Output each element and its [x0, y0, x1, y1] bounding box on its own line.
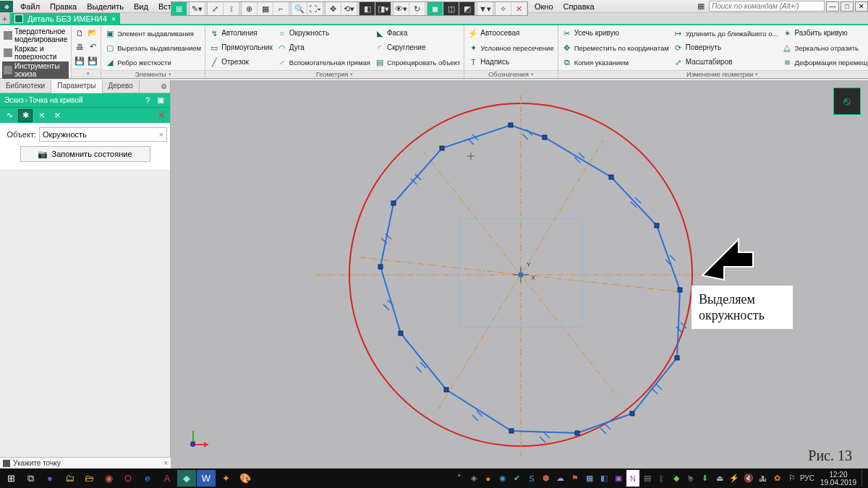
tray-i7[interactable]: ⚑: [569, 470, 582, 487]
vt-dim2-icon[interactable]: ⟟: [224, 2, 239, 15]
windows-start-icon[interactable]: ⊞: [1, 470, 20, 487]
vt-stop-icon[interactable]: ✕: [511, 2, 527, 15]
tray-i8[interactable]: ▦: [583, 470, 596, 487]
tray-i11[interactable]: ▤: [641, 470, 654, 487]
saveall-icon[interactable]: 💾: [86, 54, 99, 67]
menu-window[interactable]: Окно: [530, 1, 558, 12]
object-input[interactable]: Окружность ×: [39, 127, 167, 142]
tray-i5[interactable]: ⬢: [540, 470, 553, 487]
new-doc-tab[interactable]: +: [0, 13, 10, 24]
btn-extend[interactable]: ↦Удлинить до ближайшего о...: [671, 26, 780, 40]
tb-browser-icon[interactable]: ●: [41, 470, 59, 487]
vt-fit-icon[interactable]: ⛶▾: [307, 2, 323, 15]
vt-shade3-icon[interactable]: ◩: [459, 2, 475, 15]
tray-i4[interactable]: ✔: [511, 470, 524, 487]
btn-project[interactable]: ▤Спроецировать объект: [373, 55, 462, 69]
mode-solid[interactable]: Твердотельное моделирование: [2, 27, 69, 44]
mode-sketch[interactable]: Инструменты эскиза: [2, 61, 69, 79]
clock[interactable]: 12:20 19.04.2019: [816, 471, 861, 487]
tray-i17[interactable]: ✿: [771, 470, 784, 487]
side-gear-icon[interactable]: ⚙: [157, 80, 170, 93]
menu-select[interactable]: Выделить: [82, 1, 128, 12]
undo-icon[interactable]: ↶: [86, 40, 99, 53]
btn-cond-inter[interactable]: ✦Условное пересечение: [466, 40, 556, 55]
btn-text[interactable]: TНадпись: [466, 55, 556, 69]
tray-i13[interactable]: 🖰: [684, 470, 697, 487]
pin-icon[interactable]: ▣: [156, 95, 166, 106]
menu-view[interactable]: Вид: [129, 1, 153, 12]
open-icon[interactable]: 📂: [86, 27, 99, 40]
btn-circle[interactable]: ○Окружность: [275, 26, 373, 40]
tray-i1[interactable]: ◈: [467, 470, 480, 487]
tb-autocad-icon[interactable]: A: [158, 470, 176, 487]
doc-tab-close-icon[interactable]: ×: [111, 14, 116, 23]
btn-cut-extrude[interactable]: ▢Вырезать выдавливанием: [103, 40, 203, 55]
tray-i15[interactable]: ⏏: [713, 470, 726, 487]
show-desktop[interactable]: [861, 470, 866, 487]
vt-orbit-icon[interactable]: ⟲▾: [341, 2, 357, 15]
menu-file[interactable]: Файл: [16, 1, 44, 12]
vt-sketchplane-icon[interactable]: ⊞: [171, 2, 187, 15]
vt-refresh-icon[interactable]: ↻: [409, 2, 425, 15]
vt-shade2-icon[interactable]: ◫: [443, 2, 459, 15]
lang-indicator[interactable]: РУС: [800, 470, 814, 487]
breadcrumb-root[interactable]: Эскиз: [4, 96, 24, 104]
vt-pencil-icon[interactable]: ✎▾: [190, 2, 205, 15]
tb-kompas-icon[interactable]: ◆: [177, 470, 196, 487]
tray-i14[interactable]: ⬇: [699, 470, 712, 487]
tray-i3[interactable]: ◉: [496, 470, 509, 487]
tray-flag-icon[interactable]: ⚐: [786, 470, 799, 487]
btn-rib[interactable]: ◢Ребро жесткости: [103, 55, 203, 69]
mode-surface[interactable]: Каркас и поверхности: [2, 44, 69, 61]
side-tab-tree[interactable]: Дерево: [103, 80, 140, 93]
btn-arc[interactable]: ◠Дуга: [275, 40, 373, 55]
tray-i9[interactable]: ◧: [597, 470, 610, 487]
btn-chamfer[interactable]: ◣Фаска: [373, 26, 462, 40]
btn-scale[interactable]: ⤢Масштабиров: [671, 55, 780, 69]
vt-cube2-icon[interactable]: ◨▾: [375, 2, 391, 15]
param-close-icon[interactable]: ✕: [156, 110, 168, 121]
btn-extrude[interactable]: ▣Элемент выдавливания: [103, 26, 203, 40]
save-icon[interactable]: 💾: [73, 54, 86, 67]
tb-explorer-icon[interactable]: 🗂: [60, 470, 79, 487]
tray-i16[interactable]: ⚡: [728, 470, 741, 487]
taskview-icon[interactable]: ⧉: [21, 470, 40, 487]
mode1-icon[interactable]: ∿: [2, 109, 17, 122]
help-icon[interactable]: ?: [142, 95, 153, 106]
close-button[interactable]: ✕: [855, 1, 868, 12]
tray-net-icon[interactable]: 🖧: [757, 470, 770, 487]
minimize-button[interactable]: —: [826, 1, 839, 12]
print-icon[interactable]: 🖶: [73, 40, 86, 53]
command-search-input[interactable]: [709, 1, 825, 12]
tray-onenote-icon[interactable]: N: [626, 470, 639, 487]
btn-auxline[interactable]: ⟋Вспомогательная прямая: [275, 55, 373, 69]
tray-bt-icon[interactable]: ᛒ: [655, 470, 668, 487]
btn-split[interactable]: ✶Разбить кривую: [780, 26, 868, 40]
tb-app3-icon[interactable]: ✦: [216, 470, 235, 487]
side-tab-libs[interactable]: Библиотеки: [0, 80, 51, 93]
vt-globe-icon[interactable]: ⊕: [242, 2, 258, 15]
polygon[interactable]: [380, 125, 680, 433]
btn-rect[interactable]: ▭Прямоугольник: [207, 40, 275, 55]
mode2-icon[interactable]: ✱: [18, 109, 33, 122]
layout-icon[interactable]: ▦: [694, 0, 707, 13]
side-tab-params[interactable]: Параметры: [51, 80, 102, 93]
tray-vol-icon[interactable]: 🔇: [742, 470, 755, 487]
vt-pan-icon[interactable]: ✥: [326, 2, 341, 15]
vt-eye-icon[interactable]: 👁▾: [393, 2, 409, 15]
btn-autoline[interactable]: ↯Автолиния: [207, 26, 275, 40]
vt-ortho-icon[interactable]: ⌐: [273, 2, 289, 15]
vt-grid-icon[interactable]: ▦: [258, 2, 273, 15]
btn-autoaxis[interactable]: ⚡Автоосевая: [466, 26, 556, 40]
tray-up-icon[interactable]: ˄: [453, 470, 466, 487]
btn-copy[interactable]: ⧉Копия указанием: [560, 55, 671, 69]
tray-skype-icon[interactable]: S: [525, 470, 538, 487]
tb-opera-icon[interactable]: O: [119, 470, 137, 487]
btn-rotate[interactable]: ⟳Повернуть: [671, 40, 780, 55]
btn-fillet[interactable]: ◜Скругление: [373, 40, 462, 55]
mode4-icon[interactable]: ⤪: [50, 109, 64, 122]
tb-paint-icon[interactable]: 🎨: [236, 470, 255, 487]
vt-shade1-icon[interactable]: ◼: [427, 2, 443, 15]
tray-i12[interactable]: ◆: [670, 470, 683, 487]
tray-i10[interactable]: ▣: [612, 470, 625, 487]
